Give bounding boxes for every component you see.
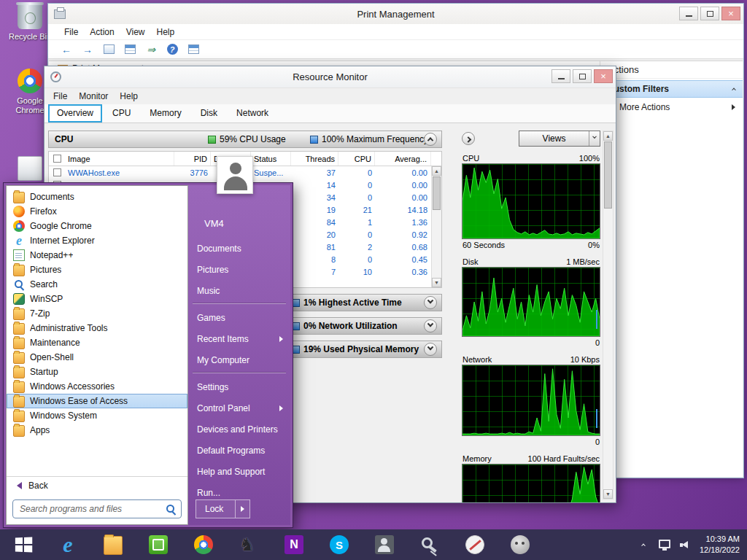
panel-scrollbar[interactable]: ▲ ▼ bbox=[603, 131, 614, 499]
menu-item[interactable]: View bbox=[120, 26, 151, 39]
cpu-section-header[interactable]: CPU 59% CPU Usage 100% Maximum Frequency bbox=[48, 131, 442, 148]
views-dropdown[interactable]: Views bbox=[519, 131, 600, 147]
taskbar-button[interactable] bbox=[417, 532, 442, 557]
network-icon[interactable] bbox=[659, 540, 670, 548]
column-average-cpu[interactable]: Averag... bbox=[375, 152, 431, 166]
taskbar-button[interactable] bbox=[508, 532, 533, 557]
select-all-checkbox[interactable] bbox=[53, 155, 61, 163]
taskbar-button[interactable] bbox=[372, 532, 397, 557]
minimize-button[interactable] bbox=[551, 69, 570, 83]
row-checkbox[interactable] bbox=[53, 168, 61, 176]
start-menu-item[interactable]: Internet Explorer bbox=[7, 233, 187, 248]
lock-button[interactable]: Lock bbox=[196, 499, 250, 518]
start-menu-item[interactable]: Games bbox=[188, 307, 290, 328]
clock[interactable]: 10:39 AM 12/18/2022 bbox=[700, 534, 740, 556]
tray-expand-button[interactable] bbox=[638, 539, 649, 551]
toolbar-button[interactable] bbox=[185, 42, 201, 57]
start-menu-item[interactable]: Pictures bbox=[7, 262, 187, 277]
start-menu-item[interactable]: Control Panel bbox=[188, 397, 290, 419]
tab[interactable]: Memory bbox=[141, 104, 190, 122]
search-input[interactable] bbox=[20, 504, 165, 514]
tab[interactable]: Network bbox=[228, 104, 277, 122]
scrollbar-thumb[interactable] bbox=[604, 141, 612, 209]
expand-section-button[interactable] bbox=[424, 319, 437, 332]
scrollbar-thumb[interactable] bbox=[433, 176, 441, 210]
tab[interactable]: Disk bbox=[192, 104, 226, 122]
start-menu-item[interactable]: Open-Shell bbox=[7, 350, 187, 365]
column-pid[interactable]: PID bbox=[174, 152, 211, 166]
start-menu-item[interactable]: Windows Accessories bbox=[7, 379, 187, 394]
taskbar-button[interactable] bbox=[101, 532, 125, 557]
menu-item[interactable]: File bbox=[58, 26, 84, 39]
start-menu-item[interactable]: 7-Zip bbox=[7, 306, 187, 321]
start-menu-item[interactable]: Recent Items bbox=[188, 328, 290, 349]
menu-item[interactable]: Help bbox=[114, 90, 144, 103]
toolbar-button[interactable] bbox=[58, 42, 74, 57]
taskbar-button[interactable] bbox=[282, 532, 306, 557]
menu-item[interactable]: Help bbox=[151, 26, 181, 39]
print-management-titlebar[interactable]: Print Management × bbox=[48, 4, 743, 24]
start-menu-item[interactable]: My Computer bbox=[188, 349, 290, 370]
start-menu-item[interactable]: Documents bbox=[188, 238, 290, 259]
start-button[interactable] bbox=[0, 529, 47, 560]
taskbar-button[interactable] bbox=[55, 532, 80, 557]
table-scrollbar[interactable]: ▲ ▼ bbox=[431, 166, 441, 287]
start-menu-item[interactable]: Pictures bbox=[188, 259, 290, 280]
start-menu-item[interactable]: Documents bbox=[7, 190, 187, 204]
custom-filters-item[interactable]: Custom Filters bbox=[600, 80, 743, 98]
start-menu-item[interactable]: Apps bbox=[7, 423, 187, 438]
start-menu-item[interactable]: Windows Ease of Access bbox=[7, 394, 187, 408]
start-menu-item[interactable]: Firefox bbox=[7, 204, 187, 219]
taskbar-button[interactable] bbox=[236, 532, 261, 557]
back-button[interactable]: Back bbox=[7, 476, 187, 494]
column-threads[interactable]: Threads bbox=[291, 152, 338, 166]
column-image[interactable]: Image bbox=[65, 152, 174, 166]
expand-section-button[interactable] bbox=[424, 296, 437, 309]
start-menu-item[interactable]: WinSCP bbox=[7, 292, 187, 306]
scroll-up-icon[interactable]: ▲ bbox=[432, 166, 441, 176]
scroll-down-icon[interactable]: ▼ bbox=[603, 489, 613, 499]
lock-submenu-arrow[interactable] bbox=[235, 500, 249, 518]
menu-item[interactable]: File bbox=[47, 90, 73, 103]
start-menu-item[interactable]: Administrative Tools bbox=[7, 321, 187, 335]
start-menu-item[interactable]: Settings bbox=[188, 376, 290, 397]
toolbar-button[interactable] bbox=[122, 42, 138, 57]
taskbar-button[interactable] bbox=[462, 532, 487, 557]
user-name[interactable]: VM4 bbox=[204, 218, 290, 229]
panel-collapse-button[interactable] bbox=[462, 132, 475, 145]
column-cpu[interactable]: CPU bbox=[338, 152, 375, 166]
toolbar-button[interactable] bbox=[80, 42, 96, 57]
start-menu-item[interactable]: Maintenance bbox=[7, 335, 187, 350]
scroll-up-icon[interactable]: ▲ bbox=[603, 131, 613, 141]
taskbar-button[interactable] bbox=[146, 532, 171, 557]
close-button[interactable]: × bbox=[594, 69, 613, 83]
toolbar-button[interactable] bbox=[101, 42, 117, 57]
user-avatar[interactable] bbox=[217, 156, 253, 194]
expand-section-button[interactable] bbox=[424, 343, 437, 356]
tab[interactable]: Overview bbox=[48, 104, 102, 122]
minimize-button[interactable] bbox=[679, 7, 698, 20]
search-icon[interactable] bbox=[165, 503, 177, 516]
close-button[interactable]: × bbox=[721, 7, 740, 20]
start-menu-item[interactable]: Windows System bbox=[7, 408, 187, 423]
start-menu-item[interactable]: Devices and Printers bbox=[188, 419, 290, 440]
toolbar-button[interactable] bbox=[143, 42, 159, 57]
column-status[interactable]: Status bbox=[251, 152, 291, 166]
toolbar-button[interactable] bbox=[164, 42, 180, 57]
maximize-button[interactable] bbox=[700, 7, 719, 20]
volume-icon[interactable] bbox=[680, 540, 690, 550]
maximize-button[interactable] bbox=[573, 69, 592, 83]
start-menu-item[interactable]: Startup bbox=[7, 365, 187, 379]
start-menu-item[interactable]: Search bbox=[7, 277, 187, 292]
scroll-down-icon[interactable]: ▼ bbox=[432, 278, 441, 287]
start-menu-item[interactable]: Google Chrome bbox=[7, 219, 187, 233]
resource-monitor-titlebar[interactable]: Resource Monitor × bbox=[44, 66, 616, 88]
taskbar-button[interactable] bbox=[327, 532, 352, 557]
start-menu-item[interactable]: Notepad++ bbox=[7, 248, 187, 262]
menu-item[interactable]: Monitor bbox=[73, 90, 114, 103]
start-menu-item[interactable]: Music bbox=[188, 280, 290, 301]
more-actions-item[interactable]: More Actions bbox=[600, 99, 743, 115]
start-menu-item[interactable]: Help and Support bbox=[188, 461, 290, 482]
start-menu-item[interactable]: Default Programs bbox=[188, 440, 290, 461]
taskbar-button[interactable] bbox=[191, 532, 216, 557]
